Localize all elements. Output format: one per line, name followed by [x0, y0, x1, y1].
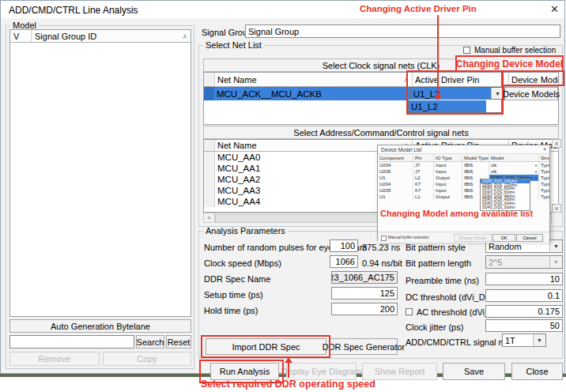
signal-mode-combo[interactable]: 1T ▼ [502, 334, 546, 347]
ddr-spec-generator-button[interactable]: DDR Spec Generator [330, 338, 398, 355]
remove-button[interactable]: Remove [9, 352, 100, 366]
active-driver-pin-dropdown-list[interactable]: U1_L2 [408, 99, 502, 113]
manual-buffer-selection-checkbox[interactable] [381, 236, 387, 241]
popup-row[interactable]: U204 J7 Input IBIS clk▼ Typical▼ [378, 162, 549, 168]
clk-col-active-driver-pin[interactable]: Active Driver Pin [413, 73, 509, 86]
search-button[interactable]: Search [136, 335, 164, 349]
dropdown-item[interactable]: U1_L2 [409, 100, 486, 112]
manual-buffer-selection-checkbox[interactable] [463, 47, 470, 54]
model-col-v[interactable]: V [10, 30, 32, 42]
ok-button[interactable]: OK [492, 234, 515, 242]
chevron-down-icon[interactable]: ▼ [491, 88, 504, 100]
window-title: ADD/CMD/CTRL Line Analysis [9, 5, 138, 16]
hold-time-input[interactable]: 200 [331, 303, 398, 315]
ac-threshold-input[interactable]: 0.175 [485, 305, 563, 318]
reset-button[interactable]: Reset [166, 335, 191, 349]
title-bar: ADD/CMD/CTRL Line Analysis ✕ [1, 1, 564, 18]
analysis-parameters-label: Analysis Parameters [203, 227, 288, 236]
bit-pattern-length-label: Bit pattern length [406, 258, 471, 268]
chevron-down-icon[interactable]: ▼ [549, 240, 562, 252]
import-ddr-spec-button[interactable]: Import DDR Spec [206, 338, 326, 355]
sim-mode-combo[interactable]: Typical▼ [539, 194, 549, 200]
add-cmd-ctrl-line-analysis-dialog-screen: ADD/CMD/CTRL Line Analysis ✕ Model V Sig… [0, 0, 566, 392]
row-gutter [204, 185, 215, 196]
close-button[interactable]: Close [511, 363, 563, 380]
popup-footer: Manual buffer selection Display Model OK… [378, 232, 549, 243]
signal-group-id-field[interactable]: Signal Group [245, 24, 560, 38]
addr-nets-header-bar[interactable]: Select Address/Command/Control signal ne… [203, 126, 559, 139]
auto-generation-bytelane-button[interactable]: Auto Generation Bytelane [9, 319, 191, 333]
clock-jitter-input[interactable]: 50 [485, 319, 563, 332]
row-gutter [204, 87, 214, 100]
chevron-down-icon: ▼ [534, 176, 538, 180]
clk-nets-header-bar[interactable]: Select Clock signal nets (CLK) [203, 58, 559, 72]
run-analysis-button[interactable]: Run Analysis [210, 363, 279, 380]
row-gutter [204, 196, 215, 207]
sim-mode-combo[interactable]: Typical▼ [539, 181, 549, 187]
sort-ascending-icon[interactable]: ∧ [403, 76, 409, 84]
sim-mode-combo[interactable]: Typical▼ [539, 187, 549, 194]
search-input[interactable] [9, 335, 134, 349]
clk-row-net-name[interactable]: MCU_ACK__MCU_ACKB [214, 87, 410, 100]
model-table-header: V Signal Group ID ∧ [10, 30, 191, 43]
clk-table-row[interactable]: MCU_ACK__MCU_ACKB U1_L2 ▼ Device Models [204, 87, 558, 100]
show-report-button[interactable]: Show Report [362, 363, 437, 380]
clock-speed-label: Clock speed (Mbps) [204, 258, 281, 268]
pulses-extra-value: 375.23 ns [362, 243, 400, 252]
ddr-spec-name-field: DDR3_1066_AC175 [331, 271, 398, 284]
row-gutter [204, 174, 215, 185]
chevron-down-icon[interactable]: ▼ [533, 334, 545, 346]
bit-pattern-length-combo[interactable]: 2^5 ▼ [485, 255, 563, 269]
clock-speed-input[interactable]: 1066 [330, 255, 358, 268]
clock-speed-extra-value: 0.94 ns/bit [362, 258, 402, 268]
cancel-button[interactable]: Cancel [516, 234, 543, 242]
popup-row[interactable]: U205 J7 Input IBIS clk▼ Typical▼ [378, 168, 549, 175]
dc-threshold-input[interactable]: 0.1 [485, 289, 563, 302]
model-combo[interactable]: clk▼ [489, 162, 539, 168]
save-button[interactable]: Save [443, 363, 505, 380]
dropdown-item[interactable]: DDR3_DQS_30ohm [481, 205, 530, 209]
clk-col-device-models[interactable]: Device Models [509, 73, 558, 86]
model-dropdown-list[interactable]: DDR3_DQS_240ohm DDR3_DQS_120ohm DDR3_DQS… [480, 179, 530, 211]
sim-mode-combo[interactable]: Typical▼ [539, 168, 549, 175]
pulses-input[interactable]: 100 [330, 239, 358, 252]
model-combo[interactable]: clk▼ [489, 168, 539, 175]
manual-buffer-selection-label: Manual buffer selection [388, 235, 429, 239]
sim-mode-combo[interactable]: Typical▼ [539, 162, 549, 168]
close-icon[interactable]: ✕ [550, 3, 559, 15]
setup-time-input[interactable]: 125 [331, 287, 398, 300]
popup-title-bar: Device Model List × [378, 145, 549, 153]
annotation-arrow-down [437, 15, 439, 95]
annotation-arrowhead-down [434, 95, 442, 100]
sim-mode-combo[interactable]: Typical▼ [539, 175, 549, 181]
select-net-list-label: Select Net List [203, 41, 264, 50]
clk-col-net-name[interactable]: Net Name ∧ [215, 73, 413, 86]
model-col-signal-group-id[interactable]: Signal Group ID ∧ [32, 30, 191, 42]
hold-time-label: Hold time (ps) [204, 306, 258, 315]
sort-ascending-icon[interactable]: ∧ [182, 32, 187, 40]
clk-table-header: Net Name ∧ Active Driver Pin Device Mode… [204, 73, 558, 87]
clk-nets-table[interactable]: Net Name ∧ Active Driver Pin Device Mode… [203, 72, 559, 125]
chevron-down-icon: ▼ [534, 170, 538, 174]
display-eye-diagram-button[interactable]: Display Eye Diagram [286, 363, 357, 380]
row-gutter [204, 140, 215, 151]
row-gutter [204, 163, 215, 174]
copy-button[interactable]: Copy [103, 352, 191, 366]
manual-buffer-selection-label: Manual buffer selection [474, 46, 556, 55]
device-model-list-popup: Device Model List × Component Pin IO Typ… [377, 145, 550, 241]
scroll-down-icon[interactable]: ∨ [552, 204, 561, 213]
model-table[interactable]: V Signal Group ID ∧ [9, 29, 191, 317]
annotation-changing-active-driver-pin: Changing Active Driver Pin [360, 4, 477, 13]
device-models-button[interactable]: Device Models [504, 87, 558, 100]
popup-title: Device Model List [381, 147, 421, 153]
row-gutter [204, 73, 215, 86]
preamble-time-input[interactable]: 10 [485, 273, 563, 285]
scroll-up-icon[interactable]: ∧ [552, 139, 561, 148]
bit-pattern-style-label: Bit pattern style [406, 243, 466, 252]
scroll-left-icon[interactable]: < [204, 213, 215, 222]
ac-threshold-checkbox[interactable] [406, 308, 413, 315]
annotation-arrow-up-line [288, 363, 289, 378]
close-icon[interactable]: × [543, 146, 546, 152]
dc-threshold-label: DC threshold (dVi_DC) [406, 292, 494, 302]
display-model-button[interactable]: Display Model [454, 234, 492, 242]
